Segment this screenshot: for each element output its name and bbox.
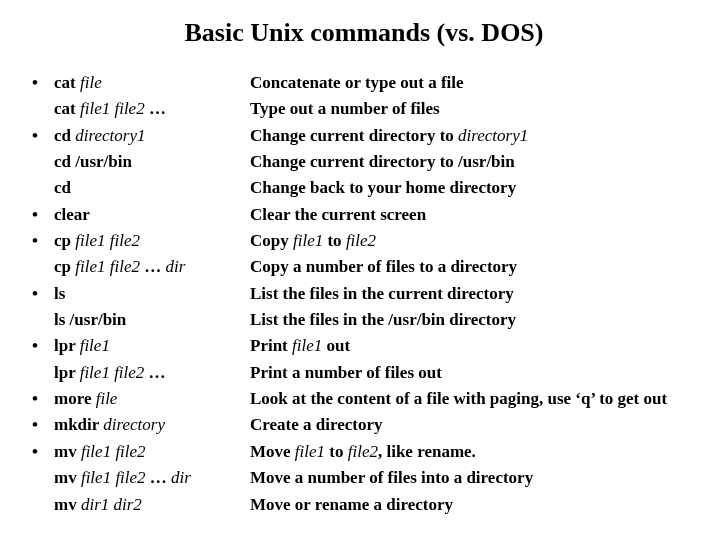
command-row: lpr file1 file2 …Print a number of files… [20,360,708,386]
description-text: Change current directory to /usr/bin [250,149,708,175]
command-text: mv file1 file2 [54,439,250,465]
command-row: •more fileLook at the content of a file … [20,386,708,412]
bullet-icon: • [20,412,54,438]
command-row: cdChange back to your home directory [20,175,708,201]
command-row: cd /usr/binChange current directory to /… [20,149,708,175]
command-row: ls /usr/binList the files in the /usr/bi… [20,307,708,333]
command-text: cd directory1 [54,123,250,149]
bullet-icon: • [20,202,54,228]
command-text: lpr file1 [54,333,250,359]
description-text: Move or rename a directory [250,492,708,518]
command-text: ls [54,281,250,307]
description-text: Concatenate or type out a file [250,70,708,96]
command-row: mv dir1 dir2Move or rename a directory [20,492,708,518]
command-row: •cat fileConcatenate or type out a file [20,70,708,96]
command-text: more file [54,386,250,412]
command-text: ls /usr/bin [54,307,250,333]
description-text: Create a directory [250,412,708,438]
bullet-icon: • [20,70,54,96]
command-text: cd /usr/bin [54,149,250,175]
bullet-icon: • [20,333,54,359]
command-row: •cd directory1Change current directory t… [20,123,708,149]
command-row: •clearClear the current screen [20,202,708,228]
command-text: mv dir1 dir2 [54,492,250,518]
command-row: cat file1 file2 …Type out a number of fi… [20,96,708,122]
description-text: Clear the current screen [250,202,708,228]
command-row: cp file1 file2 … dirCopy a number of fil… [20,254,708,280]
bullet-icon: • [20,386,54,412]
description-text: Change current directory to directory1 [250,123,708,149]
description-text: List the files in the /usr/bin directory [250,307,708,333]
description-text: Move a number of files into a directory [250,465,708,491]
command-row: mv file1 file2 … dirMove a number of fil… [20,465,708,491]
command-row: •cp file1 file2Copy file1 to file2 [20,228,708,254]
command-text: lpr file1 file2 … [54,360,250,386]
command-row: •mv file1 file2Move file1 to file2, like… [20,439,708,465]
description-text: Change back to your home directory [250,175,708,201]
command-row: •mkdir directoryCreate a directory [20,412,708,438]
bullet-icon: • [20,439,54,465]
description-text: Look at the content of a file with pagin… [250,386,708,412]
command-text: cp file1 file2 … dir [54,254,250,280]
description-text: Type out a number of files [250,96,708,122]
command-text: cat file [54,70,250,96]
command-text: cp file1 file2 [54,228,250,254]
command-text: cd [54,175,250,201]
command-text: mkdir directory [54,412,250,438]
description-text: Copy a number of files to a directory [250,254,708,280]
bullet-icon: • [20,228,54,254]
description-text: Print file1 out [250,333,708,359]
command-text: mv file1 file2 … dir [54,465,250,491]
bullet-icon: • [20,123,54,149]
bullet-icon: • [20,281,54,307]
description-text: Copy file1 to file2 [250,228,708,254]
description-text: Move file1 to file2, like rename. [250,439,708,465]
command-text: cat file1 file2 … [54,96,250,122]
description-text: List the files in the current directory [250,281,708,307]
page-title: Basic Unix commands (vs. DOS) [20,18,708,48]
command-list: •cat fileConcatenate or type out a filec… [20,70,708,518]
description-text: Print a number of files out [250,360,708,386]
command-text: clear [54,202,250,228]
command-row: •lpr file1Print file1 out [20,333,708,359]
command-row: •lsList the files in the current directo… [20,281,708,307]
